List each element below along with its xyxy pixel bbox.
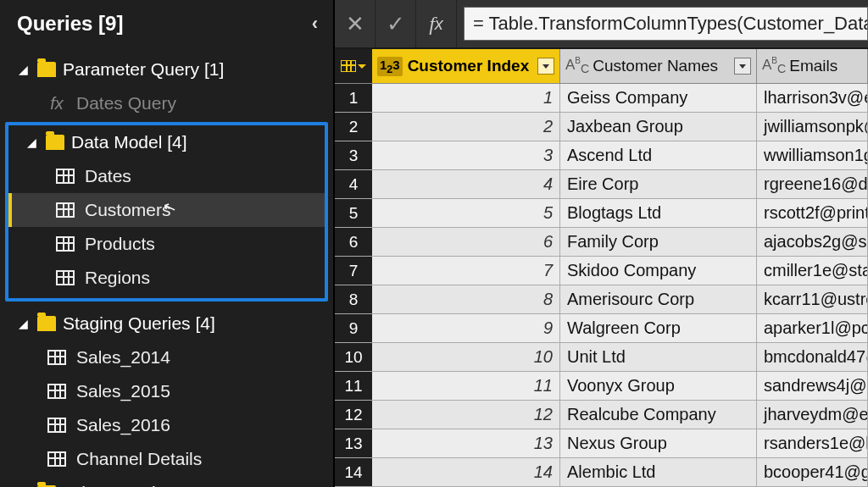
- table-row[interactable]: 6 6 Family Corp ajacobs2g@sea: [335, 228, 868, 257]
- column-header-emails[interactable]: ABC Emails: [757, 49, 868, 83]
- cell-customer-index[interactable]: 9: [372, 314, 560, 342]
- chevron-down-icon: [739, 64, 746, 69]
- cell-customer-index[interactable]: 6: [372, 228, 560, 256]
- cell-customer-name[interactable]: Nexus Group: [560, 429, 757, 457]
- query-item[interactable]: Dates: [8, 159, 325, 193]
- cell-email[interactable]: rgreene16@dev: [757, 170, 868, 198]
- cell-email[interactable]: wwilliamson1g@: [757, 141, 868, 169]
- table-icon: [47, 418, 66, 433]
- table-row[interactable]: 14 14 Alembic Ltd bcooper41@gu: [335, 458, 868, 487]
- query-item[interactable]: Channel Details: [0, 442, 333, 476]
- tree-group[interactable]: ◢ Staging Queries [4]: [0, 307, 333, 340]
- cell-email[interactable]: aparker1l@pcw: [757, 314, 868, 342]
- cell-customer-index[interactable]: 11: [372, 372, 560, 400]
- cell-customer-index[interactable]: 3: [372, 141, 560, 169]
- table-select-button[interactable]: [335, 49, 372, 83]
- table-row[interactable]: 7 7 Skidoo Company cmiller1e@stat: [335, 257, 868, 285]
- cell-customer-name[interactable]: Voonyx Group: [560, 372, 757, 400]
- row-number[interactable]: 8: [335, 285, 372, 313]
- row-number[interactable]: 10: [335, 343, 372, 371]
- tree-group[interactable]: ◢ Other Queries: [0, 476, 333, 487]
- row-number[interactable]: 1: [335, 84, 372, 112]
- fx-icon[interactable]: fx: [416, 0, 457, 47]
- cell-email[interactable]: ajacobs2g@sea: [757, 228, 868, 256]
- formula-bar: ✕ ✓ fx = Table.TransformColumnTypes(Cust…: [335, 0, 868, 49]
- tree-group[interactable]: ◢ Data Model [4]: [8, 125, 325, 159]
- row-number[interactable]: 13: [335, 429, 372, 457]
- cell-email[interactable]: jwilliamsonpk@: [757, 113, 868, 141]
- row-number[interactable]: 11: [335, 372, 372, 400]
- commit-formula-button[interactable]: ✓: [376, 0, 416, 47]
- row-number[interactable]: 4: [335, 170, 372, 198]
- cell-email[interactable]: bcooper41@gu: [757, 458, 868, 486]
- cell-customer-name[interactable]: Amerisourc Corp: [560, 285, 757, 313]
- table-row[interactable]: 1 1 Geiss Company lharrison3v@ee: [335, 84, 868, 113]
- table-row[interactable]: 3 3 Ascend Ltd wwilliamson1g@: [335, 141, 868, 170]
- cell-email[interactable]: bmcdonald47@: [757, 343, 868, 371]
- table-row[interactable]: 8 8 Amerisourc Corp kcarr11@ustrea: [335, 285, 868, 314]
- table-row[interactable]: 4 4 Eire Corp rgreene16@dev: [335, 170, 868, 199]
- cell-customer-name[interactable]: Alembic Ltd: [560, 458, 757, 486]
- column-header-customer-index[interactable]: 123 Customer Index: [372, 49, 560, 83]
- cell-email[interactable]: rsanders1e@lat: [757, 429, 868, 457]
- cell-customer-name[interactable]: Jaxbean Group: [560, 113, 757, 141]
- query-item[interactable]: Products: [8, 227, 325, 261]
- row-number[interactable]: 9: [335, 314, 372, 342]
- table-row[interactable]: 5 5 Blogtags Ltd rscott2f@printf: [335, 199, 868, 228]
- cell-customer-name[interactable]: Unit Ltd: [560, 343, 757, 371]
- column-filter-button[interactable]: [734, 58, 751, 75]
- query-item[interactable]: Sales_2015: [0, 374, 333, 408]
- query-item[interactable]: Regions: [8, 261, 325, 295]
- queries-sidebar: Queries [9] ‹ ◢ Parameter Query [1] fxDa…: [0, 0, 335, 487]
- cell-customer-name[interactable]: Family Corp: [560, 228, 757, 256]
- cell-email[interactable]: rscott2f@printf: [757, 199, 868, 227]
- cancel-formula-button[interactable]: ✕: [335, 0, 376, 47]
- cell-email[interactable]: lharrison3v@ee: [757, 84, 868, 112]
- cell-customer-name[interactable]: Blogtags Ltd: [560, 199, 757, 227]
- cell-customer-index[interactable]: 14: [372, 458, 560, 486]
- cell-customer-name[interactable]: Geiss Company: [560, 84, 757, 112]
- cell-customer-index[interactable]: 1: [372, 84, 560, 112]
- table-row[interactable]: 9 9 Walgreen Corp aparker1l@pcw: [335, 314, 868, 343]
- table-row[interactable]: 10 10 Unit Ltd bmcdonald47@: [335, 343, 868, 372]
- row-number[interactable]: 3: [335, 141, 372, 169]
- table-row[interactable]: 13 13 Nexus Group rsanders1e@lat: [335, 429, 868, 458]
- row-number[interactable]: 14: [335, 458, 372, 486]
- cell-customer-index[interactable]: 7: [372, 257, 560, 285]
- collapse-sidebar-icon[interactable]: ‹: [312, 13, 318, 35]
- cell-customer-index[interactable]: 2: [372, 113, 560, 141]
- column-filter-button[interactable]: [537, 58, 554, 75]
- cell-customer-name[interactable]: Realcube Company: [560, 401, 757, 429]
- row-number[interactable]: 12: [335, 401, 372, 429]
- cell-email[interactable]: kcarr11@ustrea: [757, 285, 868, 313]
- cell-email[interactable]: sandrews4j@cis: [757, 372, 868, 400]
- row-number[interactable]: 7: [335, 257, 372, 285]
- cell-customer-index[interactable]: 5: [372, 199, 560, 227]
- cell-customer-index[interactable]: 8: [372, 285, 560, 313]
- query-item[interactable]: Sales_2016: [0, 408, 333, 442]
- cell-customer-index[interactable]: 12: [372, 401, 560, 429]
- table-row[interactable]: 12 12 Realcube Company jharveydm@ets: [335, 401, 868, 429]
- cell-customer-name[interactable]: Eire Corp: [560, 170, 757, 198]
- cell-customer-index[interactable]: 10: [372, 343, 560, 371]
- cell-customer-name[interactable]: Skidoo Company: [560, 257, 757, 285]
- cell-email[interactable]: cmiller1e@stat: [757, 257, 868, 285]
- column-header-customer-names[interactable]: ABC Customer Names: [560, 49, 757, 83]
- formula-input[interactable]: = Table.TransformColumnTypes(Customer_Da…: [464, 7, 868, 41]
- cell-customer-name[interactable]: Ascend Ltd: [560, 141, 757, 169]
- table-row[interactable]: 2 2 Jaxbean Group jwilliamsonpk@: [335, 113, 868, 141]
- cell-customer-index[interactable]: 4: [372, 170, 560, 198]
- cell-email[interactable]: jharveydm@ets: [757, 401, 868, 429]
- tree-group[interactable]: ◢ Parameter Query [1]: [0, 53, 333, 86]
- cell-customer-index[interactable]: 13: [372, 429, 560, 457]
- row-number[interactable]: 6: [335, 228, 372, 256]
- query-item[interactable]: fxDates Query: [0, 86, 333, 120]
- query-item[interactable]: Customers↖: [8, 193, 325, 227]
- sidebar-title: Queries [9]: [17, 12, 123, 36]
- row-number[interactable]: 2: [335, 113, 372, 141]
- folder-icon: [37, 316, 56, 331]
- cell-customer-name[interactable]: Walgreen Corp: [560, 314, 757, 342]
- table-row[interactable]: 11 11 Voonyx Group sandrews4j@cis: [335, 372, 868, 401]
- query-item[interactable]: Sales_2014: [0, 340, 333, 374]
- row-number[interactable]: 5: [335, 199, 372, 227]
